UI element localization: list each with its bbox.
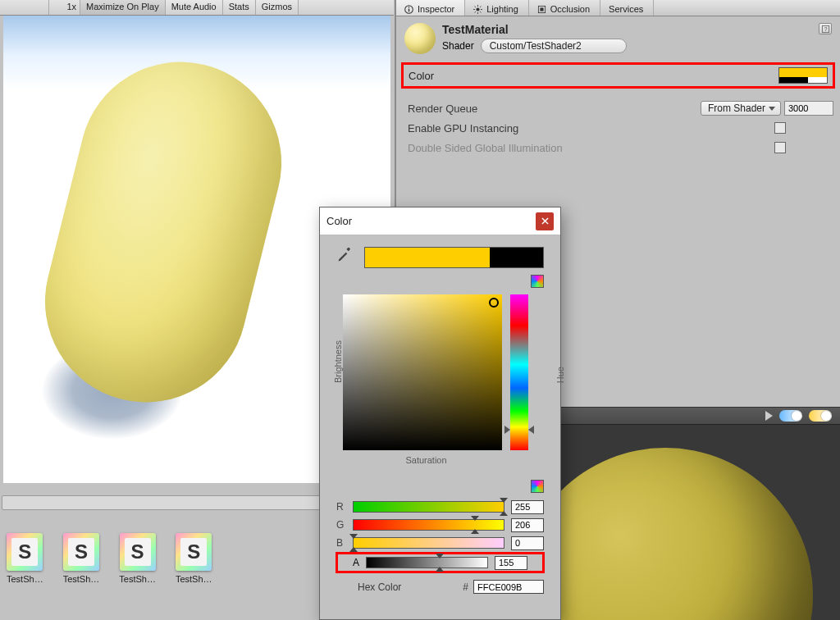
b-label: B (336, 537, 346, 549)
hex-label: Hex Color (358, 581, 401, 593)
project-files: STestSh… STestSh… STestSh… STestSh… (7, 533, 212, 584)
toolbar-spacer (0, 0, 49, 15)
a-slider[interactable] (366, 557, 488, 568)
rgba-sliders: R G B A (320, 496, 560, 573)
g-input[interactable] (511, 518, 544, 532)
brightness-label: Brightness (333, 340, 343, 383)
hash-symbol: # (463, 581, 468, 593)
eyedropper-icon[interactable] (336, 247, 353, 263)
hue-slider[interactable] (510, 294, 528, 450)
saturation-brightness-field[interactable] (343, 294, 502, 450)
preset-icon[interactable] (531, 275, 544, 288)
gpu-instancing-label: Enable GPU Instancing (408, 122, 774, 134)
preview-toggle-2[interactable] (809, 410, 832, 422)
file-item[interactable]: STestSh… (63, 533, 100, 584)
scene-toolbar: 1x Maximize On Play Mute Audio Stats Giz… (0, 0, 394, 16)
svg-rect-13 (540, 7, 543, 11)
tab-label: Services (609, 4, 643, 14)
render-queue-input[interactable] (784, 101, 833, 116)
file-label: TestSh… (7, 574, 43, 584)
tab-inspector[interactable]: Inspector (396, 0, 465, 16)
hex-input[interactable] (473, 580, 544, 594)
b-slider[interactable] (353, 537, 504, 549)
shader-label: Shader (442, 40, 474, 52)
r-input[interactable] (511, 500, 544, 514)
double-sided-label: Double Sided Global Illumination (408, 142, 774, 154)
svg-line-9 (480, 11, 481, 11)
preset-icon[interactable] (531, 480, 544, 493)
material-name: TestMaterial (442, 23, 627, 36)
horizontal-scrollbar[interactable] (2, 495, 322, 510)
preview-toggle-1[interactable] (779, 410, 802, 422)
render-queue-label: Render Queue (408, 103, 701, 115)
svg-text:?: ? (824, 25, 827, 33)
g-label: G (336, 519, 346, 531)
material-properties: Render Queue From Shader Enable GPU Inst… (396, 89, 840, 157)
shader-file-icon: S (7, 533, 43, 571)
tab-occlusion[interactable]: Occlusion (529, 0, 600, 16)
maximize-on-play-button[interactable]: Maximize On Play (80, 0, 166, 15)
svg-line-11 (480, 6, 481, 7)
tab-label: Lighting (486, 4, 518, 14)
gpu-instancing-checkbox[interactable] (774, 122, 786, 134)
mute-audio-button[interactable]: Mute Audio (166, 0, 223, 15)
r-slider[interactable] (353, 501, 504, 513)
color-swatch[interactable] (778, 67, 828, 84)
svg-point-3 (477, 7, 480, 11)
shader-file-icon: S (176, 533, 212, 571)
svg-point-2 (409, 6, 410, 7)
material-header: TestMaterial Shader Custom/TestShader2 ? (396, 16, 840, 57)
file-label: TestSh… (176, 574, 212, 584)
render-queue-dropdown[interactable]: From Shader (701, 101, 781, 116)
hue-label: Hue (555, 367, 565, 383)
color-property-row: Color (401, 62, 835, 89)
gizmos-button[interactable]: Gizmos (256, 0, 299, 15)
svg-line-8 (475, 6, 476, 7)
close-icon (541, 217, 549, 225)
preview-sphere (518, 448, 813, 620)
current-color-swatch[interactable] (364, 247, 544, 268)
saturation-label: Saturation (320, 455, 532, 465)
occlusion-icon (537, 5, 546, 14)
double-sided-checkbox[interactable] (774, 142, 786, 153)
file-label: TestSh… (63, 574, 100, 584)
file-label: TestSh… (119, 574, 156, 584)
zoom-label: 1x (49, 0, 80, 15)
shader-file-icon: S (63, 533, 99, 571)
file-item[interactable]: STestSh… (176, 533, 212, 584)
a-label: A (353, 557, 359, 568)
picker-title: Color (326, 215, 352, 227)
tab-services[interactable]: Services (600, 0, 654, 16)
close-button[interactable] (536, 212, 554, 230)
tab-label: Occlusion (550, 4, 590, 14)
b-input[interactable] (511, 536, 544, 550)
color-picker-window: Color Saturation R G B (319, 207, 561, 620)
inspector-tabs: Inspector Lighting Occlusion Services (396, 0, 840, 16)
tab-label: Inspector (418, 4, 454, 14)
picker-title-bar[interactable]: Color (320, 207, 560, 235)
svg-rect-1 (409, 8, 409, 11)
svg-line-10 (475, 11, 476, 11)
sun-icon (473, 5, 482, 14)
help-icon[interactable]: ? (819, 23, 832, 34)
color-label: Color (409, 70, 778, 82)
sv-cursor (489, 298, 499, 308)
r-label: R (336, 501, 346, 513)
stats-button[interactable]: Stats (223, 0, 256, 15)
play-icon[interactable] (765, 411, 773, 421)
g-slider[interactable] (353, 519, 504, 531)
info-icon (404, 5, 413, 14)
file-item[interactable]: STestSh… (119, 533, 156, 584)
shader-dropdown[interactable]: Custom/TestShader2 (481, 39, 627, 53)
shader-file-icon: S (120, 533, 156, 571)
tab-lighting[interactable]: Lighting (465, 0, 529, 16)
hue-marker (528, 426, 534, 434)
alpha-row-highlight: A (336, 552, 545, 573)
file-item[interactable]: STestSh… (7, 533, 43, 584)
hue-marker (504, 426, 510, 434)
a-input[interactable] (495, 556, 527, 570)
material-preview-icon (404, 23, 436, 54)
